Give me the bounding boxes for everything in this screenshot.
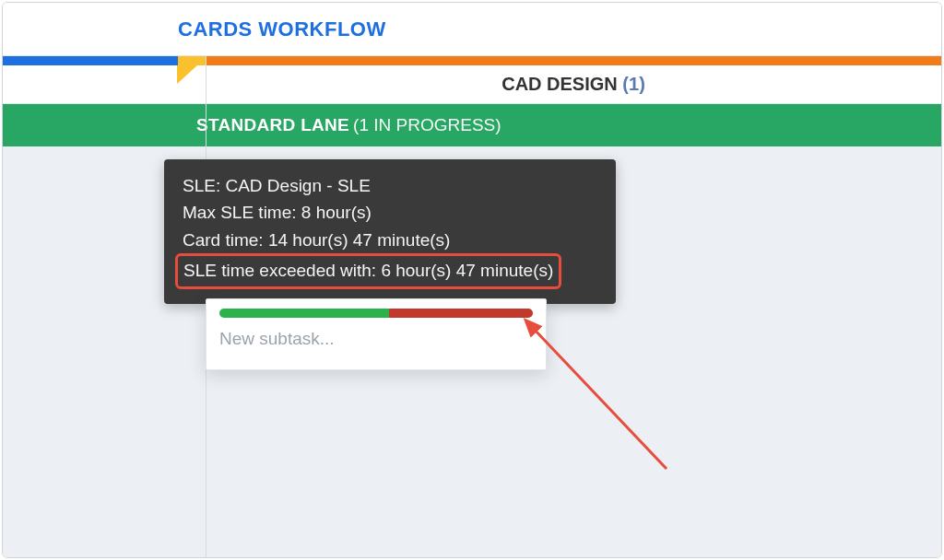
column-header-row: CAD DESIGN (1)	[3, 65, 941, 104]
sle-tooltip-line-cardtime: Card time: 14 hour(s) 47 minute(s)	[183, 227, 597, 253]
column-header[interactable]: CAD DESIGN (1)	[206, 74, 941, 95]
stage-flag-icon	[177, 65, 197, 84]
sle-bar-ok-segment	[219, 309, 389, 318]
board-area: SLE: CAD Design - SLE Max SLE time: 8 ho…	[3, 146, 941, 557]
app-window: CARDS WORKFLOW CAD DESIGN (1) STANDARD L…	[2, 2, 942, 558]
column-count: (1)	[622, 74, 644, 94]
svg-line-0	[533, 328, 667, 469]
column-name: CAD DESIGN	[502, 74, 618, 94]
stripe-segment-orange	[206, 56, 941, 65]
workflow-stripe	[3, 56, 941, 65]
sle-bar-over-segment	[389, 309, 533, 318]
stripe-segment-yellow	[178, 56, 206, 65]
kanban-card[interactable]: New subtask...	[206, 298, 547, 370]
workflow-header: CARDS WORKFLOW	[3, 3, 941, 56]
new-subtask-input[interactable]: New subtask...	[219, 329, 533, 349]
sle-tooltip-line-max: Max SLE time: 8 hour(s)	[183, 199, 597, 226]
sle-tooltip-line-exceeded: SLE time exceeded with: 6 hour(s) 47 min…	[175, 253, 561, 288]
sle-progress-bar[interactable]	[219, 309, 533, 318]
stripe-segment-blue	[3, 56, 178, 65]
lane-status: (1 IN PROGRESS)	[353, 115, 501, 135]
lane-header[interactable]: STANDARD LANE (1 IN PROGRESS)	[3, 104, 941, 146]
workflow-title: CARDS WORKFLOW	[178, 18, 386, 41]
lane-name: STANDARD LANE	[196, 115, 349, 135]
sle-tooltip: SLE: CAD Design - SLE Max SLE time: 8 ho…	[164, 159, 616, 304]
sle-tooltip-line-name: SLE: CAD Design - SLE	[183, 172, 597, 199]
